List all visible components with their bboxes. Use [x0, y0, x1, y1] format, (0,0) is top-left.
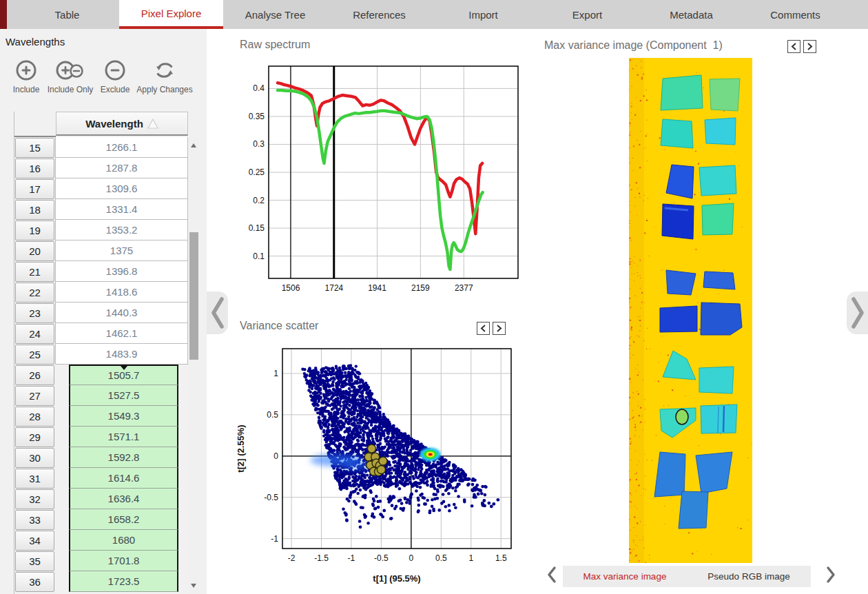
wavelength-value[interactable]: 1680 — [69, 530, 178, 551]
image-tabs-prev-button[interactable] — [546, 565, 557, 587]
sample-patch[interactable] — [679, 491, 708, 529]
tool-include-button[interactable]: Include — [6, 57, 47, 94]
sample-patch[interactable] — [705, 118, 736, 145]
tool-label: Apply Changes — [133, 85, 196, 94]
component-next-button[interactable] — [803, 40, 816, 53]
selected-pixel-point[interactable] — [367, 444, 375, 453]
sample-patch[interactable] — [710, 79, 740, 111]
chevron-right-icon — [849, 294, 867, 332]
tool-exclude-button[interactable]: Exclude — [93, 57, 137, 94]
nav-tab-references[interactable]: References — [327, 0, 431, 29]
wavelength-value[interactable]: 1614.6 — [69, 468, 178, 489]
row-index[interactable]: 27 — [15, 386, 54, 406]
wavelength-value[interactable]: 1723.5 — [69, 571, 178, 592]
wavelength-value[interactable]: 1375 — [55, 240, 188, 261]
wavelength-value[interactable]: 1440.3 — [55, 302, 188, 323]
scroll-up-arrow-icon[interactable] — [191, 141, 196, 147]
wavelength-value[interactable]: 1527.5 — [69, 385, 178, 406]
component-prev-button[interactable] — [787, 40, 800, 53]
sample-patch[interactable] — [666, 270, 696, 295]
collapse-left-panel-button[interactable] — [207, 291, 228, 334]
wavelength-value[interactable]: 1396.8 — [55, 260, 188, 282]
variance-scatter-chart[interactable]: -2-1.5-1-0.500.511.5-1-0.500.51t[1] (95.… — [231, 342, 524, 594]
scroll-down-arrow-icon[interactable] — [191, 584, 196, 591]
nav-tab-export[interactable]: Export — [535, 0, 639, 29]
scatter-next-button[interactable] — [493, 322, 506, 335]
wavelength-value[interactable]: 1636.4 — [69, 489, 178, 509]
wavelength-value[interactable]: 1309.6 — [55, 178, 188, 199]
wavelength-value[interactable]: 1462.1 — [55, 322, 188, 344]
sample-patch[interactable] — [702, 203, 734, 235]
row-index[interactable]: 29 — [15, 427, 54, 447]
wavelength-value[interactable]: 1418.6 — [55, 281, 188, 303]
row-index[interactable]: 33 — [15, 510, 54, 530]
nav-tab-analyse-tree[interactable]: Analyse Tree — [223, 0, 327, 29]
wavelength-value[interactable]: 1483.9 — [55, 343, 188, 365]
row-index[interactable]: 35 — [15, 551, 54, 571]
row-index[interactable]: 16 — [15, 158, 54, 178]
image-tab-pseudo-rgb-image[interactable]: Pseudo RGB image — [687, 566, 811, 587]
sample-patch[interactable] — [703, 272, 735, 289]
row-index[interactable]: 22 — [15, 283, 54, 303]
row-index[interactable]: 26 — [15, 365, 54, 385]
nav-tab-metadata[interactable]: Metadata — [639, 0, 743, 29]
nav-tab-import[interactable]: Import — [431, 0, 535, 29]
tool-include-only-button[interactable]: Include Only — [43, 57, 98, 94]
wavelength-value[interactable]: 1331.4 — [55, 198, 188, 220]
sample-patch[interactable] — [696, 452, 732, 493]
row-index[interactable]: 20 — [15, 241, 54, 261]
wavelength-value[interactable]: 1266.1 — [55, 137, 188, 158]
row-index[interactable]: 24 — [15, 324, 54, 344]
sample-patch[interactable] — [701, 303, 742, 335]
row-index[interactable]: 25 — [15, 345, 54, 365]
wavelength-value[interactable]: 1353.2 — [55, 219, 188, 240]
svg-text:0.3: 0.3 — [253, 139, 265, 149]
row-index[interactable]: 34 — [15, 531, 54, 551]
row-index[interactable]: 18 — [15, 200, 54, 220]
sample-patch[interactable] — [699, 165, 736, 196]
row-index[interactable]: 31 — [15, 469, 54, 489]
image-tab-max-variance-image[interactable]: Max variance image — [563, 566, 687, 587]
table-scrollbar[interactable] — [189, 137, 199, 594]
selected-pixel-point[interactable] — [377, 466, 385, 474]
svg-text:-1: -1 — [348, 553, 355, 563]
nav-tab-table[interactable]: Table — [15, 0, 119, 29]
selected-pixel-point[interactable] — [379, 457, 387, 465]
tool-apply-changes-button[interactable]: Apply Changes — [133, 57, 196, 94]
nav-tab-pixel-explore[interactable]: Pixel Explore — [119, 0, 223, 29]
chevron-left-icon — [209, 294, 227, 332]
sample-patch[interactable] — [661, 119, 693, 148]
row-index[interactable]: 19 — [15, 221, 54, 240]
sample-patch[interactable] — [660, 306, 697, 332]
wavelength-value[interactable]: 1658.2 — [69, 509, 178, 530]
row-index[interactable]: 30 — [15, 448, 54, 468]
selected-region-outline[interactable] — [676, 409, 688, 424]
row-index[interactable]: 36 — [15, 572, 54, 592]
image-tabs-next-button[interactable] — [825, 565, 836, 587]
wavelength-value[interactable]: 1571.1 — [69, 427, 178, 447]
wavelength-row: 241462.1 — [14, 323, 188, 344]
scatter-prev-button[interactable] — [477, 322, 490, 335]
sample-patch[interactable] — [661, 75, 703, 110]
row-index[interactable]: 17 — [15, 179, 54, 199]
row-index[interactable]: 28 — [15, 407, 54, 427]
wavelength-value[interactable]: 1505.7 — [69, 365, 178, 385]
nav-tab-comments[interactable]: Comments — [743, 0, 847, 29]
expand-right-panel-button[interactable] — [847, 291, 868, 334]
max-variance-heatmap-image[interactable] — [629, 58, 752, 566]
sort-ascending-icon — [147, 119, 158, 129]
row-index[interactable]: 15 — [15, 138, 54, 158]
wavelength-value[interactable]: 1592.8 — [69, 447, 178, 468]
row-index[interactable]: 32 — [15, 489, 54, 509]
wavelength-value[interactable]: 1549.3 — [69, 406, 178, 427]
wavelength-column-header[interactable]: Wavelength — [56, 112, 188, 136]
sample-patch[interactable] — [654, 452, 685, 497]
raw-spectrum-chart[interactable]: 150617241941215923770.10.150.20.250.30.3… — [242, 61, 521, 302]
wavelength-row: 151266.1 — [14, 137, 188, 158]
row-index[interactable]: 23 — [15, 303, 54, 323]
sample-patch[interactable] — [699, 367, 734, 393]
scrollbar-thumb[interactable] — [189, 232, 198, 360]
wavelength-value[interactable]: 1287.8 — [55, 157, 188, 178]
row-index[interactable]: 21 — [15, 262, 54, 282]
wavelength-value[interactable]: 1701.8 — [69, 551, 178, 571]
